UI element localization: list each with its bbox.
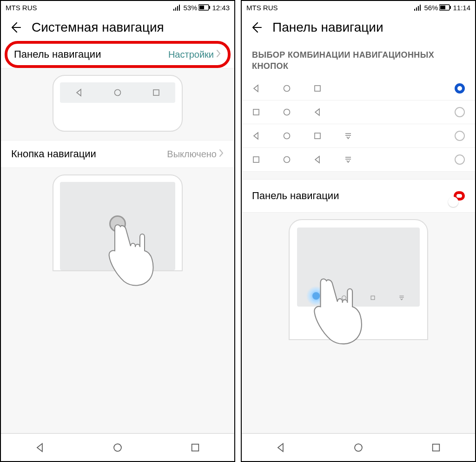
svg-point-18	[284, 85, 290, 91]
circle-icon[interactable]	[112, 442, 123, 453]
key-combo	[252, 108, 455, 116]
radio-button[interactable]	[455, 83, 465, 94]
svg-rect-0	[173, 9, 174, 11]
section-header: ВЫБОР КОМБИНАЦИИ НАВИГАЦИОННЫХ КНОПОК	[242, 41, 475, 77]
svg-rect-2	[177, 6, 178, 11]
preview-nav-panel	[1, 68, 234, 140]
preview-hide-nav	[242, 212, 475, 433]
square-icon	[313, 132, 322, 140]
clock: 11:14	[453, 4, 470, 12]
title-bar: Панель навигации	[242, 14, 475, 41]
clock: 12:43	[212, 4, 230, 12]
triangle-left-icon[interactable]	[34, 442, 46, 453]
row-label: Кнопка навигации	[11, 148, 96, 160]
signal-icon	[173, 4, 182, 11]
key-combo	[252, 132, 455, 140]
svg-rect-26	[253, 157, 259, 162]
nav-combo-option[interactable]	[242, 77, 475, 100]
square-icon	[252, 155, 260, 164]
chevron-right-icon	[216, 49, 221, 60]
nav-combo-option[interactable]	[242, 100, 475, 124]
status-bar: MTS RUS 56% 11:14	[242, 1, 475, 14]
highlight-annotation	[454, 191, 465, 201]
radio-button[interactable]	[455, 154, 465, 165]
svg-rect-6	[209, 6, 210, 9]
triangle-left-icon	[313, 155, 322, 164]
svg-rect-3	[179, 5, 180, 11]
key-combo	[252, 155, 455, 164]
svg-rect-31	[371, 296, 375, 300]
signal-icon	[414, 4, 423, 11]
section-divider	[242, 171, 475, 180]
square-icon	[252, 108, 260, 116]
row-label: Панель навигации	[14, 48, 101, 60]
battery-percent: 56%	[424, 4, 438, 12]
carrier-label: MTS RUS	[246, 4, 278, 12]
svg-point-21	[284, 109, 290, 115]
back-button[interactable]	[9, 21, 21, 33]
svg-rect-1	[175, 7, 176, 11]
status-right: 53% 12:43	[173, 4, 230, 12]
svg-rect-23	[315, 133, 320, 139]
svg-rect-8	[153, 90, 159, 95]
row-nav-button[interactable]: Кнопка навигации Выключено	[1, 140, 234, 167]
square-icon	[313, 84, 322, 93]
svg-rect-10	[192, 444, 199, 451]
title-bar: Системная навигация	[1, 14, 234, 41]
svg-rect-5	[199, 6, 204, 9]
triangle-left-icon[interactable]	[275, 442, 286, 453]
pulldown-icon	[344, 155, 352, 164]
circle-icon[interactable]	[353, 442, 364, 453]
pulldown-icon	[397, 294, 406, 302]
status-bar: MTS RUS 53% 12:43	[1, 1, 234, 14]
system-navbar[interactable]	[1, 433, 234, 461]
battery-icon	[198, 4, 211, 11]
device-mock	[53, 75, 183, 132]
value-text: Выключено	[167, 149, 217, 160]
page-title: Системная навигация	[32, 20, 164, 35]
radio-button[interactable]	[455, 131, 465, 141]
status-right: 56% 11:14	[414, 4, 470, 12]
nav-combo-option[interactable]	[242, 124, 475, 147]
square-icon[interactable]	[190, 442, 201, 453]
svg-rect-16	[440, 6, 445, 9]
circle-icon	[283, 155, 291, 164]
row-value: Выключено	[167, 149, 224, 160]
key-combo	[252, 84, 455, 93]
svg-point-27	[284, 156, 290, 162]
carrier-label: MTS RUS	[6, 4, 37, 12]
circle-icon	[283, 132, 291, 140]
pulldown-icon	[344, 132, 352, 140]
value-text: Настройки	[168, 49, 214, 60]
battery-percent: 53%	[183, 4, 197, 12]
triangle-left-icon	[252, 132, 260, 140]
phone-right: MTS RUS 56% 11:14 Панель навигации ВЫБОР…	[241, 0, 476, 462]
row-nav-panel-toggle[interactable]: Панель навигации	[242, 180, 475, 212]
svg-point-34	[355, 444, 362, 451]
svg-rect-17	[450, 6, 451, 9]
system-navbar[interactable]	[242, 433, 475, 461]
nav-key-options	[242, 77, 475, 171]
svg-rect-12	[416, 7, 417, 11]
touch-indicator	[109, 215, 126, 232]
content: Панель навигации Настройки	[1, 41, 234, 433]
preview-nav-button	[1, 167, 234, 433]
svg-rect-13	[418, 6, 419, 11]
triangle-left-icon	[75, 88, 83, 97]
device-mock	[53, 174, 183, 271]
row-label: Панель навигации	[252, 190, 339, 202]
svg-rect-19	[315, 86, 320, 91]
svg-rect-11	[414, 9, 415, 11]
nav-combo-option[interactable]	[242, 148, 475, 171]
svg-point-22	[284, 133, 290, 139]
svg-rect-20	[253, 109, 259, 115]
row-nav-panel[interactable]: Панель навигации Настройки	[5, 41, 231, 68]
square-icon[interactable]	[430, 442, 442, 453]
row-value: Настройки	[168, 49, 221, 60]
radio-button[interactable]	[455, 107, 465, 117]
back-button[interactable]	[250, 21, 262, 33]
svg-rect-14	[420, 5, 421, 11]
phone-left: MTS RUS 53% 12:43 Системная навигация Па…	[0, 0, 235, 462]
triangle-left-icon	[252, 84, 260, 93]
circle-icon	[113, 88, 122, 97]
